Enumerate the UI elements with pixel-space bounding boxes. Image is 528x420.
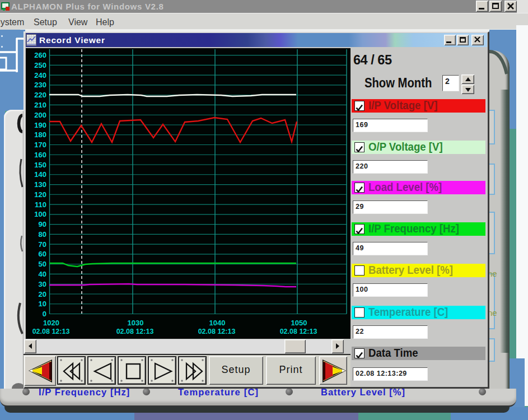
svg-text:90: 90 — [39, 220, 46, 228]
svg-text:80: 80 — [39, 230, 46, 239]
svg-text:120: 120 — [34, 190, 46, 199]
svg-text:60: 60 — [39, 250, 46, 258]
svg-text:30: 30 — [39, 280, 46, 288]
svg-text:240: 240 — [34, 71, 46, 80]
svg-text:20: 20 — [39, 290, 46, 298]
svg-text:130: 130 — [34, 180, 46, 189]
svg-text:200: 200 — [34, 111, 46, 119]
svg-text:02.08 12:13: 02.08 12:13 — [280, 328, 317, 335]
svg-text:40: 40 — [39, 270, 46, 278]
svg-text:230: 230 — [34, 81, 46, 89]
svg-text:100: 100 — [34, 210, 46, 218]
svg-text:210: 210 — [34, 101, 46, 109]
svg-text:150: 150 — [34, 161, 46, 169]
svg-text:50: 50 — [39, 260, 46, 268]
svg-text:170: 170 — [34, 141, 46, 149]
svg-text:260: 260 — [34, 51, 46, 59]
svg-text:0: 0 — [43, 310, 46, 318]
svg-text:180: 180 — [34, 130, 46, 139]
svg-text:10: 10 — [39, 300, 46, 308]
svg-text:1020: 1020 — [43, 319, 59, 327]
svg-text:1030: 1030 — [128, 319, 144, 327]
svg-text:70: 70 — [39, 240, 46, 249]
svg-text:02.08 12:13: 02.08 12:13 — [198, 328, 236, 335]
svg-text:140: 140 — [34, 170, 46, 179]
svg-text:220: 220 — [34, 91, 46, 99]
svg-text:02.08 12:13: 02.08 12:13 — [32, 328, 70, 335]
svg-text:110: 110 — [35, 200, 46, 209]
svg-text:160: 160 — [34, 151, 46, 159]
svg-text:190: 190 — [34, 121, 46, 129]
svg-text:02.08 12:13: 02.08 12:13 — [116, 328, 154, 335]
svg-text:1050: 1050 — [291, 319, 307, 327]
svg-text:250: 250 — [34, 61, 46, 69]
svg-text:1040: 1040 — [209, 319, 226, 327]
